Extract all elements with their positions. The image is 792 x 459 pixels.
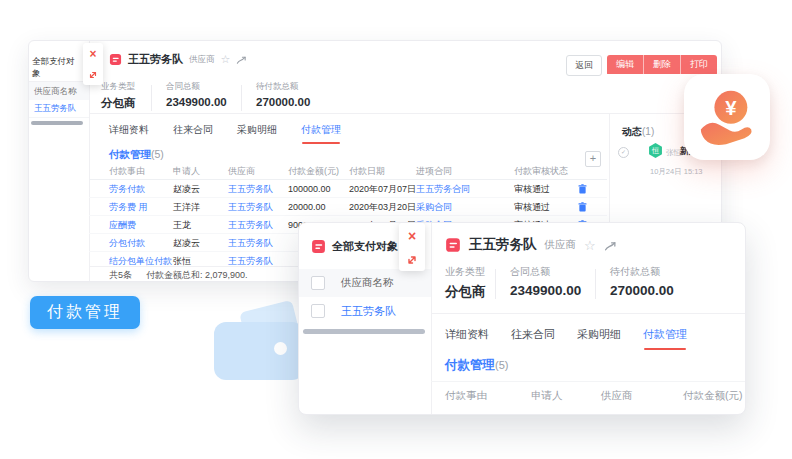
- horizontal-scrollbar[interactable]: [303, 329, 425, 334]
- payment-badge: 付款管理: [30, 296, 140, 329]
- row-count: 共5条: [109, 269, 132, 282]
- payees-dropdown-label: 全部支付对象: [332, 239, 398, 254]
- payment-window-zoom: 全部支付对象 供应商名称 王五劳务队 ×: [298, 222, 746, 415]
- payees-doc-icon: [311, 239, 326, 254]
- stat-business-type: 业务类型 分包商: [445, 265, 486, 301]
- stat-pending-total: 待付款总额 270000.00: [610, 265, 674, 298]
- yuan-icon: ¥: [725, 97, 737, 119]
- stat-divider: [595, 269, 596, 299]
- close-icon[interactable]: ×: [408, 229, 416, 243]
- delete-button[interactable]: 删除: [644, 55, 681, 74]
- page-title: 王五劳务队: [469, 236, 537, 254]
- payees-dropdown[interactable]: 全部支付对象: [32, 56, 89, 80]
- hand-coin-card: ¥: [684, 74, 770, 160]
- payment-reason-link[interactable]: 应酬费: [109, 218, 136, 231]
- favorite-star-icon[interactable]: ☆: [221, 54, 231, 65]
- tab-detail-info[interactable]: 详细资料: [445, 327, 489, 342]
- payees-sidebar: 全部支付对象 供应商名称 王五劳务队: [29, 41, 90, 281]
- supplier-list-item[interactable]: 王五劳务队: [29, 99, 89, 118]
- stat-divider: [495, 269, 496, 299]
- contract-link[interactable]: 采购合同: [416, 200, 452, 213]
- supplier-link[interactable]: 王五劳务队: [228, 236, 273, 249]
- stat-divider: [241, 85, 242, 111]
- supplier-list-item[interactable]: 王五劳务队: [299, 297, 431, 325]
- supplier-link[interactable]: 王五劳务队: [228, 200, 273, 213]
- stat-contract-total: 合同总额 2349900.00: [166, 81, 227, 108]
- hand-coin-icon: ¥: [696, 86, 758, 148]
- print-button[interactable]: 打印: [681, 55, 717, 74]
- tab-payment-management[interactable]: 付款管理: [643, 327, 687, 342]
- header-actions: 返回 编辑 删除 打印: [566, 55, 717, 76]
- tab-contracts[interactable]: 往来合同: [173, 123, 213, 137]
- payees-dropdown[interactable]: 全部支付对象: [311, 239, 410, 254]
- tab-payment-management[interactable]: 付款管理: [301, 123, 341, 137]
- wallet-clasp-dot: [274, 342, 287, 355]
- stat-business-type: 业务类型 分包商: [101, 81, 136, 111]
- payment-reason-link[interactable]: 分包付款: [109, 236, 145, 249]
- row-checkbox[interactable]: [311, 304, 325, 318]
- supplier-doc-icon: [445, 237, 461, 253]
- supplier-tag: 供应商: [189, 54, 215, 66]
- section-title: 付款管理(5): [109, 148, 164, 162]
- supplier-column-header-row: 供应商名称: [299, 269, 431, 297]
- share-trend-icon[interactable]: [604, 239, 617, 252]
- stat-divider: [151, 85, 152, 111]
- wallet-icon: [212, 304, 312, 384]
- contract-link[interactable]: 王五劳务合同: [416, 182, 470, 195]
- payees-dropdown-label: 全部支付对象: [32, 56, 81, 80]
- delete-icon[interactable]: [578, 184, 587, 194]
- stat-pending-total: 待付款总额 270000.00: [256, 81, 310, 108]
- table-row: 劳务费 用 王洋洋 王五劳务队 20000.00 2020年03月20日 采购合…: [89, 198, 607, 216]
- table-header-row: 付款事由 申请人 供应商 付款金额(元): [431, 381, 745, 410]
- header-divider: [431, 313, 745, 314]
- activity-time: 10月24日 15:13: [650, 167, 703, 177]
- favorite-star-icon[interactable]: ☆: [584, 239, 596, 252]
- supplier-doc-icon: [109, 53, 122, 66]
- back-button[interactable]: 返回: [566, 55, 602, 76]
- panel-controls: ×: [399, 223, 425, 271]
- page: 全部支付对象 供应商名称 王五劳务队 × 王五劳务队 供应商 ☆: [0, 0, 792, 459]
- detail-tabs: 详细资料 往来合同 采购明细 付款管理: [445, 327, 687, 342]
- select-all-checkbox[interactable]: [311, 276, 325, 290]
- supplier-link[interactable]: 王五劳务队: [228, 218, 273, 231]
- expand-diagonal-icon[interactable]: [406, 254, 418, 266]
- stat-contract-total: 合同总额 2349900.00: [510, 265, 581, 298]
- tab-purchase-detail[interactable]: 采购明细: [237, 123, 277, 137]
- close-icon[interactable]: ×: [89, 48, 96, 60]
- delete-icon[interactable]: [578, 202, 587, 212]
- tab-contracts[interactable]: 往来合同: [511, 327, 555, 342]
- supplier-tag: 供应商: [545, 238, 577, 252]
- panel-controls: ×: [83, 43, 103, 85]
- avatar: 恒: [648, 143, 663, 158]
- share-trend-icon[interactable]: [236, 54, 247, 65]
- activity-title: 动态(1): [622, 125, 654, 139]
- sidebar-scrollbar[interactable]: [31, 121, 83, 125]
- tab-detail-info[interactable]: 详细资料: [109, 123, 149, 137]
- expand-diagonal-icon[interactable]: [88, 70, 98, 80]
- timeline-check-icon: ✓: [618, 147, 629, 158]
- detail-tabs: 详细资料 往来合同 采购明细 付款管理: [109, 123, 341, 137]
- section-title: 付款管理(5): [445, 357, 508, 374]
- activity-user: 张恒: [666, 148, 681, 158]
- detail-pane-zoom: 王五劳务队 供应商 ☆ 业务类型 分包商 合同总额 2349900.00 待付款…: [431, 223, 745, 414]
- table-row: 劳务付款 赵凌云 王五劳务队 100000.00 2020年07月07日 王五劳…: [89, 180, 607, 198]
- table-header-row: 付款事由 申请人 供应商 付款金额(元) 付款日期 进项合同 付款审核状态: [89, 163, 607, 180]
- payment-reason-link[interactable]: 劳务费 用: [109, 200, 148, 213]
- tab-purchase-detail[interactable]: 采购明细: [577, 327, 621, 342]
- page-title: 王五劳务队: [128, 52, 183, 67]
- edit-button[interactable]: 编辑: [607, 55, 644, 74]
- amount-sum: 付款金额总和: 2,079,900.: [146, 269, 248, 282]
- supplier-link[interactable]: 王五劳务队: [228, 182, 273, 195]
- supplier-column-header: 供应商名称: [29, 81, 89, 100]
- payment-reason-link[interactable]: 劳务付款: [109, 182, 145, 195]
